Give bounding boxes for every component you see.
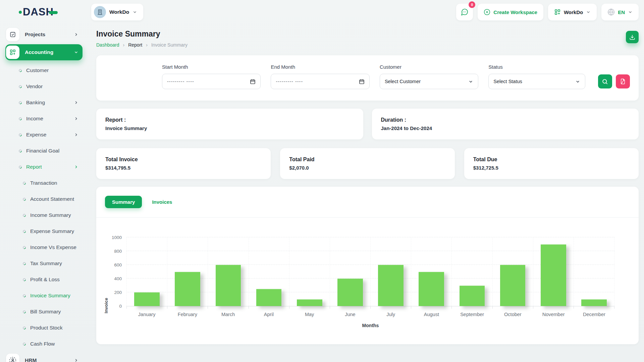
search-button[interactable] bbox=[598, 74, 612, 88]
grid-plus-icon bbox=[554, 9, 561, 15]
chart-x-tick-label-november: November bbox=[533, 312, 574, 317]
chevron-right-icon bbox=[74, 32, 78, 37]
customer-label: Customer bbox=[380, 64, 478, 70]
chart-y-tick-label: 1000 bbox=[112, 235, 122, 240]
sidebar-item-expense[interactable]: Expense bbox=[5, 127, 83, 143]
breadcrumb-separator-icon: › bbox=[123, 42, 125, 48]
logo-dot-icon bbox=[19, 11, 22, 14]
checkbox-icon bbox=[6, 28, 19, 41]
chevron-right-icon bbox=[74, 358, 78, 362]
sidebar-item-product-stock[interactable]: Product Stock bbox=[5, 320, 83, 336]
chevron-right-icon bbox=[74, 100, 78, 105]
sidebar-item-customer[interactable]: Customer bbox=[5, 62, 83, 78]
reset-button[interactable] bbox=[616, 74, 630, 88]
chart-bar-august bbox=[419, 272, 444, 306]
chart-slot-april bbox=[249, 238, 289, 306]
sidebar-item-bill-summary[interactable]: Bill Summary bbox=[5, 304, 83, 320]
messages-button[interactable]: 0 bbox=[456, 4, 473, 20]
chart-x-tick bbox=[371, 306, 411, 309]
sidebar-item-financial-goal[interactable]: Financial Goal bbox=[5, 143, 83, 159]
filter-card: Start Month --------- ---- End Month ---… bbox=[96, 55, 639, 101]
sidebar-item-label: Invoice Summary bbox=[30, 293, 70, 299]
chart-gridline bbox=[126, 237, 614, 237]
workspace-selector-label: WorkDo bbox=[109, 9, 129, 15]
main-content: Invoice Summary Dashboard›Report›Invoice… bbox=[96, 24, 639, 362]
logo-dash-icon bbox=[49, 11, 58, 14]
chart-bar-september bbox=[460, 286, 485, 306]
breadcrumb-dashboard[interactable]: Dashboard bbox=[96, 42, 119, 48]
chart-x-tick bbox=[249, 306, 289, 309]
plus-circle-icon bbox=[484, 9, 490, 15]
sidebar-item-label: Banking bbox=[26, 100, 45, 106]
filter-actions bbox=[598, 74, 630, 89]
sidebar-item-label: Bill Summary bbox=[30, 309, 61, 315]
stat-label: Total Paid bbox=[289, 157, 445, 163]
sidebar-item-projects[interactable]: Projects bbox=[5, 27, 83, 42]
sidebar-item-vendor[interactable]: Vendor bbox=[5, 78, 83, 95]
language-menu-button[interactable]: EN bbox=[601, 4, 639, 20]
create-workspace-label: Create Workspace bbox=[493, 9, 537, 15]
workspace-selector[interactable]: WorkDo bbox=[91, 4, 143, 20]
chart-x-tick bbox=[167, 306, 208, 309]
customer-select[interactable]: Select Customer bbox=[380, 74, 478, 89]
download-icon bbox=[629, 34, 635, 40]
sidebar-item-accounting[interactable]: Accounting bbox=[5, 44, 83, 60]
sidebar-item-banking[interactable]: Banking bbox=[5, 95, 83, 111]
sidebar-item-profit-loss[interactable]: Profit & Loss bbox=[5, 272, 83, 288]
stat-card-total-due: Total Due$312,725.5 bbox=[464, 148, 639, 179]
sidebar-item-label: Expense bbox=[26, 132, 46, 138]
create-workspace-button[interactable]: Create Workspace bbox=[478, 4, 543, 20]
chart-slot-may bbox=[289, 238, 330, 306]
chart-x-tick bbox=[574, 306, 614, 309]
tab-invoices[interactable]: Invoices bbox=[149, 196, 175, 208]
chart-slot-march bbox=[208, 238, 249, 306]
page-title: Invoice Summary bbox=[96, 29, 187, 39]
bullet-icon bbox=[18, 84, 22, 89]
duration-info-value: Jan-2024 to Dec-2024 bbox=[381, 125, 630, 131]
chart-x-tick-label-february: February bbox=[167, 312, 208, 317]
chart-slot-february bbox=[167, 238, 208, 306]
breadcrumb-report[interactable]: Report bbox=[128, 42, 142, 48]
download-button[interactable] bbox=[626, 31, 639, 43]
sidebar-item-tax-summary[interactable]: Tax Summary bbox=[5, 255, 83, 272]
sidebar-item-report[interactable]: Report bbox=[5, 159, 83, 175]
chart-bar-july bbox=[378, 265, 404, 306]
chart-x-tick-label-august: August bbox=[411, 312, 452, 317]
sidebar-item-income-vs-expense[interactable]: Income Vs Expense bbox=[5, 239, 83, 255]
tab-summary[interactable]: Summary bbox=[105, 196, 142, 208]
end-month-input[interactable]: --------- ---- bbox=[271, 74, 369, 89]
sidebar-item-transaction[interactable]: Transaction bbox=[5, 175, 83, 191]
sidebar-item-invoice-summary[interactable]: Invoice Summary bbox=[5, 288, 83, 304]
sidebar-item-label: Report bbox=[26, 164, 42, 170]
stat-value: $314,795.5 bbox=[105, 165, 262, 171]
sidebar-item-income[interactable]: Income bbox=[5, 111, 83, 127]
start-month-input[interactable]: --------- ---- bbox=[162, 74, 261, 89]
grid-plus-icon bbox=[6, 46, 19, 59]
chart-bar-may bbox=[297, 299, 322, 306]
chart-y-axis-title: Invoice bbox=[104, 271, 109, 340]
chart-bar-december bbox=[581, 299, 607, 306]
chart-bar-november bbox=[541, 244, 566, 306]
chart-bar-april bbox=[256, 289, 282, 306]
workspace-menu-button[interactable]: WorkDo bbox=[548, 4, 597, 20]
stat-card-total-paid: Total Paid$2,070.0 bbox=[280, 148, 454, 179]
sidebar-item-hrm[interactable]: HRM bbox=[5, 353, 83, 362]
sidebar-item-cash-flow[interactable]: Cash Flow bbox=[5, 336, 83, 352]
chart-bar-june bbox=[337, 279, 363, 306]
sidebar-item-expense-summary[interactable]: Expense Summary bbox=[5, 223, 83, 239]
sidebar-item-income-summary[interactable]: Income Summary bbox=[5, 207, 83, 223]
status-select[interactable]: Select Status bbox=[488, 74, 585, 89]
sidebar-item-label: Financial Goal bbox=[26, 148, 59, 154]
chat-bubble-icon bbox=[461, 8, 469, 16]
bullet-icon bbox=[18, 101, 22, 105]
stat-value: $312,725.5 bbox=[473, 165, 630, 171]
sidebar-item-account-statement[interactable]: Account Statement bbox=[5, 191, 83, 207]
chevron-right-icon bbox=[74, 165, 78, 169]
calendar-icon[interactable] bbox=[359, 79, 365, 84]
report-info-value: Invoice Summary bbox=[105, 125, 354, 131]
calendar-icon[interactable] bbox=[250, 79, 256, 84]
breadcrumb-separator-icon: › bbox=[146, 42, 148, 48]
customer-field: Customer Select Customer bbox=[380, 64, 478, 89]
bullet-icon bbox=[22, 261, 26, 266]
chart-axis-ticks bbox=[126, 306, 614, 309]
